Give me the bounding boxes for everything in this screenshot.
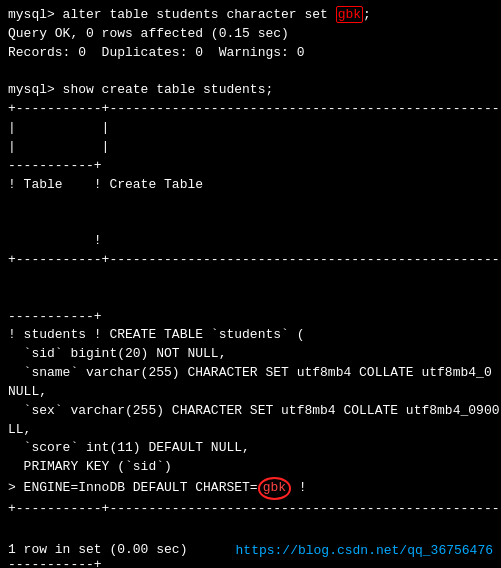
data-primary-key: PRIMARY KEY (`sid`) [8, 459, 172, 474]
cmd-show: mysql> show create table students; [8, 82, 273, 97]
data-row-3b: NULL, [8, 383, 493, 402]
row-count: 1 row in set (0.00 sec) [8, 541, 187, 560]
terminal: mysql> alter table students character se… [0, 0, 501, 568]
data-sid: `sid` bigint(20) NOT NULL, [8, 346, 226, 361]
url-text: https://blog.csdn.net/qq_36756476 [236, 543, 493, 558]
table-row-empty-2: | | | [8, 138, 493, 157]
bottom-bar: 1 row in set (0.00 sec) https://blog.csd… [8, 541, 493, 560]
data-row-6: PRIMARY KEY (`sid`) [8, 458, 493, 477]
blank-line-1 [8, 63, 493, 82]
result-line-1: Query OK, 0 rows affected (0.15 sec) [8, 25, 493, 44]
table-divider-1: -----------+ [8, 157, 493, 176]
result-records: Records: 0 Duplicates: 0 Warnings: 0 [8, 45, 304, 60]
data-row-1: ! students ! CREATE TABLE `students` ( [8, 326, 493, 345]
data-row-4b: LL, [8, 421, 493, 440]
table-row-empty-1: | | | [8, 119, 493, 138]
table-spacer-4 [8, 289, 493, 308]
table-header: ! Table ! Create Table [8, 176, 493, 195]
table-spacer-1 [8, 194, 493, 213]
data-row-3: `sname` varchar(255) CHARACTER SET utf8m… [8, 364, 493, 383]
highlight-gbk-1: gbk [336, 6, 363, 23]
data-sname-cont: NULL, [8, 384, 47, 399]
result-ok: Query OK, 0 rows affected (0.15 sec) [8, 26, 289, 41]
data-row-7: > ENGINE=InnoDB DEFAULT CHARSET=gbk ! [8, 477, 493, 500]
engine-prefix: > ENGINE=InnoDB DEFAULT CHARSET= [8, 480, 258, 495]
cmd-line-2: mysql> show create table students; [8, 81, 493, 100]
data-row-2: `sid` bigint(20) NOT NULL, [8, 345, 493, 364]
highlight-gbk-2: gbk [258, 477, 291, 500]
engine-suffix: ! [291, 480, 307, 495]
data-sex-cont: LL, [8, 422, 31, 437]
cmd-line-1: mysql> alter table students character se… [8, 6, 493, 25]
table-spacer-3 [8, 270, 493, 289]
data-score: `score` int(11) DEFAULT NULL, [8, 440, 250, 455]
result-line-2: Records: 0 Duplicates: 0 Warnings: 0 [8, 44, 493, 63]
data-sname: `sname` varchar(255) CHARACTER SET utf8m… [8, 365, 492, 380]
table-border-bottom: +-----------+---------------------------… [8, 500, 493, 519]
table-col-1: ! Table ! Create Table [8, 177, 203, 192]
data-sex: `sex` varchar(255) CHARACTER SET utf8mb4… [8, 403, 499, 418]
table-divider-frag: -----------+ [8, 308, 493, 327]
data-row-4: `sex` varchar(255) CHARACTER SET utf8mb4… [8, 402, 493, 421]
table-spacer-2 [8, 213, 493, 232]
table-border-top: +-----------+---------------------------… [8, 100, 493, 119]
table-excl: ! [8, 232, 493, 251]
cmd-suffix-1: ; [363, 7, 371, 22]
table-divider-mid: +-----------+---------------------------… [8, 251, 493, 270]
cmd-prefix-1: mysql> alter table students character se… [8, 7, 336, 22]
data-students-header: ! students ! CREATE TABLE `students` ( [8, 327, 304, 342]
table-excl-text: ! [8, 233, 102, 248]
data-row-5: `score` int(11) DEFAULT NULL, [8, 439, 493, 458]
bottom-spacer-1 [8, 519, 493, 538]
